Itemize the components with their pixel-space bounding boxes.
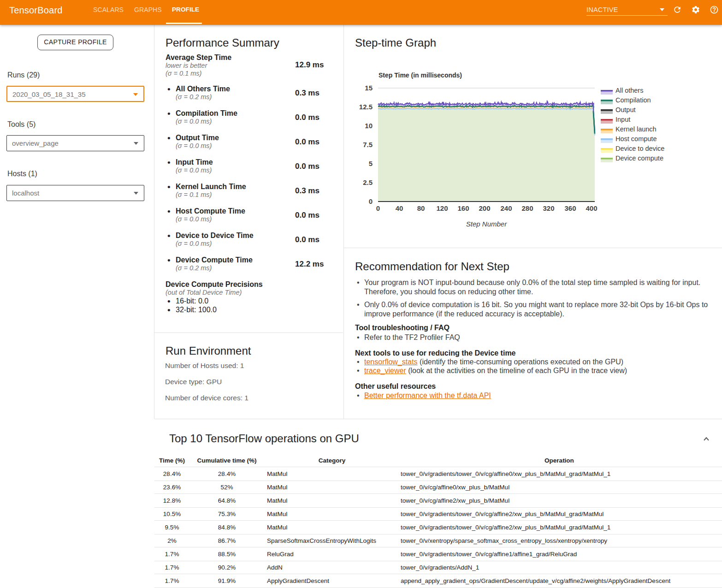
svg-text:15: 15 (365, 84, 373, 92)
svg-text:Device to device: Device to device (615, 145, 664, 152)
svg-text:200: 200 (479, 204, 490, 212)
svg-text:Compilation: Compilation (615, 96, 651, 104)
svg-text:Step Number: Step Number (466, 220, 507, 228)
svg-text:320: 320 (543, 204, 554, 212)
svg-text:10: 10 (365, 122, 373, 130)
svg-text:Input: Input (615, 116, 630, 123)
svg-text:280: 280 (521, 204, 533, 212)
svg-text:240: 240 (500, 204, 512, 212)
svg-text:40: 40 (396, 204, 403, 212)
svg-text:0: 0 (376, 204, 380, 212)
svg-text:Host compute: Host compute (615, 135, 657, 143)
svg-text:360: 360 (564, 204, 576, 212)
svg-text:120: 120 (436, 204, 448, 212)
svg-text:Device compute: Device compute (615, 154, 663, 162)
svg-text:Output: Output (615, 106, 636, 113)
svg-text:Step Time (in milliseconds): Step Time (in milliseconds) (379, 71, 462, 79)
svg-text:2.5: 2.5 (363, 178, 373, 186)
svg-text:0: 0 (369, 197, 373, 205)
svg-text:5: 5 (369, 160, 373, 167)
svg-text:All others: All others (615, 87, 643, 94)
svg-text:Kernel launch: Kernel launch (615, 125, 657, 133)
svg-text:160: 160 (457, 204, 469, 212)
svg-text:400: 400 (586, 204, 597, 212)
svg-text:12.5: 12.5 (359, 103, 373, 111)
svg-text:7.5: 7.5 (363, 141, 373, 148)
svg-text:80: 80 (417, 204, 425, 212)
